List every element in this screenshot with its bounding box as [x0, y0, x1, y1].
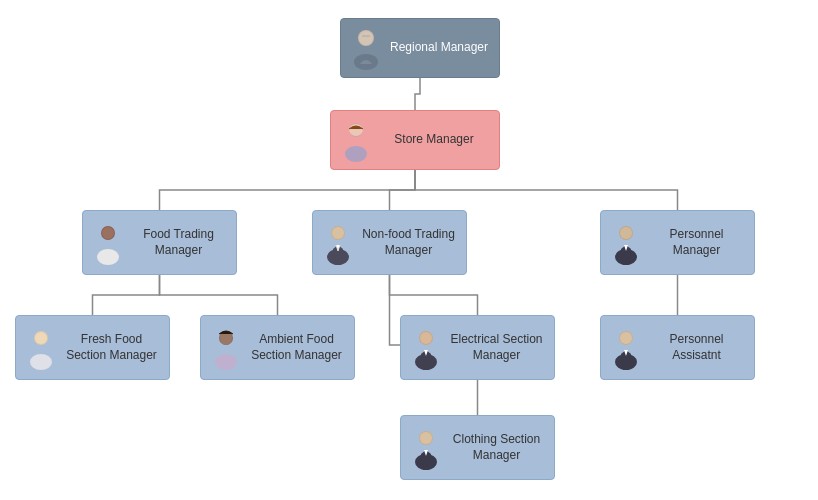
svg-point-2: [359, 31, 373, 45]
label-clothing: Clothing Section Manager: [449, 432, 544, 463]
svg-point-30: [420, 432, 432, 444]
node-electrical: Electrical Section Manager: [400, 315, 555, 380]
avatar-store: [337, 118, 375, 162]
label-ambient-food: Ambient Food Section Manager: [249, 332, 344, 363]
svg-point-24: [420, 332, 432, 344]
svg-point-12: [332, 227, 344, 239]
label-personnel: Personnel Manager: [649, 227, 744, 258]
node-clothing: Clothing Section Manager: [400, 415, 555, 480]
avatar-electrical: [407, 326, 445, 370]
avatar-ambient-food: [207, 326, 245, 370]
label-personnel-asst: Personnel Assisatnt: [649, 332, 744, 363]
label-fresh-food: Fresh Food Section Manager: [64, 332, 159, 363]
node-food-trading: Food Trading Manager: [82, 210, 237, 275]
svg-point-27: [620, 332, 632, 344]
label-regional: Regional Manager: [389, 40, 489, 56]
node-nonfood-trading: Non-food Trading Manager: [312, 210, 467, 275]
svg-point-5: [345, 146, 367, 162]
org-chart: Regional Manager Store Manager Food Trad…: [0, 0, 818, 500]
avatar-personnel: [607, 221, 645, 265]
label-store: Store Manager: [379, 132, 489, 148]
avatar-food-trading: [89, 221, 127, 265]
node-fresh-food: Fresh Food Section Manager: [15, 315, 170, 380]
svg-point-8: [97, 249, 119, 265]
avatar-personnel-asst: [607, 326, 645, 370]
avatar-regional: [347, 26, 385, 70]
svg-point-9: [102, 227, 114, 239]
node-regional: Regional Manager: [340, 18, 500, 78]
label-nonfood-trading: Non-food Trading Manager: [361, 227, 456, 258]
svg-point-17: [30, 354, 52, 370]
node-personnel-asst: Personnel Assisatnt: [600, 315, 755, 380]
label-electrical: Electrical Section Manager: [449, 332, 544, 363]
svg-point-20: [215, 354, 237, 370]
node-store: Store Manager: [330, 110, 500, 170]
avatar-clothing: [407, 426, 445, 470]
node-personnel: Personnel Manager: [600, 210, 755, 275]
node-ambient-food: Ambient Food Section Manager: [200, 315, 355, 380]
avatar-nonfood-trading: [319, 221, 357, 265]
svg-point-18: [35, 332, 47, 344]
label-food-trading: Food Trading Manager: [131, 227, 226, 258]
svg-point-15: [620, 227, 632, 239]
avatar-fresh-food: [22, 326, 60, 370]
